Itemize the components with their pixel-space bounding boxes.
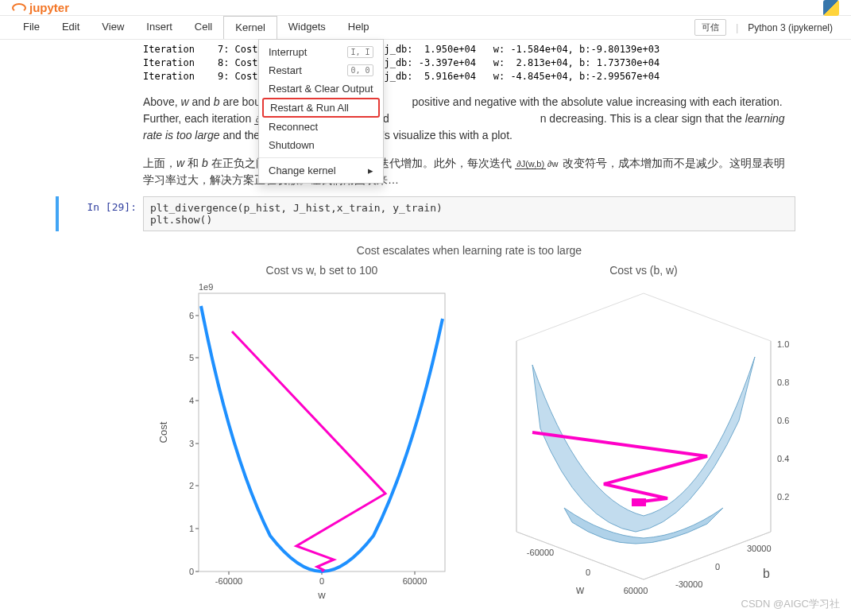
plot-title: Cost vs w, b set to 100 xyxy=(266,264,378,277)
svg-text:60000: 60000 xyxy=(624,586,648,595)
divergence-path xyxy=(232,331,385,571)
kernel-change[interactable]: Change kernel ▸ xyxy=(259,161,383,180)
label: Change kernel xyxy=(269,165,336,176)
svg-text:-30000: -30000 xyxy=(675,579,702,589)
code-cell[interactable]: In [29]: plt_divergence(p_hist, J_hist,x… xyxy=(56,196,795,231)
svg-text:0.4: 0.4 xyxy=(777,454,789,463)
svg-rect-37 xyxy=(632,498,646,506)
code-input[interactable]: plt_divergence(p_hist, J_hist,x_train, y… xyxy=(143,196,795,231)
svg-text:-60000: -60000 xyxy=(527,548,554,557)
label: Reconnect xyxy=(269,121,318,133)
svg-text:6: 6 xyxy=(189,311,194,320)
markdown-english: Above, w and b are boun xxxxxxxxxxxxxxxx… xyxy=(143,94,795,144)
svg-text:3: 3 xyxy=(189,439,194,448)
menu-help[interactable]: Help xyxy=(337,16,381,39)
svg-text:1.0: 1.0 xyxy=(777,339,789,349)
svg-text:60000: 60000 xyxy=(403,576,427,586)
plot-suptitle: Cost escalates when learning rate is too… xyxy=(143,244,795,257)
y-scale: 1e9 xyxy=(199,282,213,292)
menu-file[interactable]: File xyxy=(12,16,51,39)
notebook-area: Iteration 7: Cost i6e+04, dj_db: 1.950e+… xyxy=(0,40,851,603)
chevron-right-icon: ▸ xyxy=(368,165,373,176)
input-prompt: In [29]: xyxy=(59,196,143,231)
label: Restart & Run All xyxy=(270,102,349,114)
markdown-chinese: 上面，w 和 b 在正负之间 xxxxxxxxxxxxxxxxxxx 迭代增加。… xyxy=(143,155,795,188)
svg-text:0: 0 xyxy=(189,567,194,576)
label: Interrupt xyxy=(269,46,307,58)
svg-text:0.2: 0.2 xyxy=(777,492,789,502)
kernel-reconnect[interactable]: Reconnect xyxy=(259,118,383,136)
svg-text:4: 4 xyxy=(189,396,194,405)
python-icon xyxy=(823,0,839,16)
plot-output: Cost escalates when learning rate is too… xyxy=(143,244,795,603)
menu-insert[interactable]: Insert xyxy=(135,16,184,39)
shortcut: 0, 0 xyxy=(347,64,373,76)
svg-text:1: 1 xyxy=(189,524,194,533)
shortcut: I, I xyxy=(347,46,373,58)
kernel-restart-run-all[interactable]: Restart & Run All xyxy=(262,98,380,118)
kernel-restart[interactable]: Restart 0, 0 xyxy=(259,61,383,79)
svg-text:-60000: -60000 xyxy=(215,576,242,586)
svg-text:2: 2 xyxy=(189,481,194,490)
kernel-interrupt[interactable]: Interrupt I, I xyxy=(259,43,383,61)
svg-text:5: 5 xyxy=(189,353,194,362)
kernel-restart-clear[interactable]: Restart & Clear Output xyxy=(259,79,383,98)
label: Shutdown xyxy=(269,139,315,151)
trusted-badge[interactable]: 可信 xyxy=(694,19,726,36)
menubar: File Edit View Insert Cell Kernel Widget… xyxy=(0,16,851,40)
menu-cell[interactable]: Cell xyxy=(184,16,223,39)
xlabel: w xyxy=(317,589,326,601)
label: Restart & Clear Output xyxy=(269,83,373,95)
jupyter-logo: jupyter xyxy=(12,1,69,14)
svg-text:0: 0 xyxy=(715,562,720,571)
output-iteration-lines: Iteration 7: Cost i6e+04, dj_db: 1.950e+… xyxy=(143,43,795,83)
svg-text:30000: 30000 xyxy=(747,544,772,553)
plot-cost-vs-bw: Cost vs (b, w) 0.2 0.4 0.6 0.8 xyxy=(485,262,803,603)
svg-text:0: 0 xyxy=(319,576,324,586)
logo-text: jupyter xyxy=(29,1,69,14)
xlabel-b: b xyxy=(763,567,770,580)
xlabel-w: w xyxy=(575,583,585,596)
plot-cost-vs-w: Cost vs w, b set to 100 1e9 0 1 2 3 4 5 … xyxy=(143,262,461,603)
menu-edit[interactable]: Edit xyxy=(51,16,91,39)
jupyter-icon xyxy=(12,3,26,13)
watermark: CSDN @AIGC学习社 xyxy=(741,597,840,611)
kernel-dropdown: Interrupt I, I Restart 0, 0 Restart & Cl… xyxy=(258,39,384,184)
svg-text:0.6: 0.6 xyxy=(777,416,789,425)
menu-kernel[interactable]: Kernel xyxy=(223,16,277,39)
menu-view[interactable]: View xyxy=(91,16,135,39)
kernel-name[interactable]: Python 3 (ipykernel) xyxy=(748,22,833,33)
kernel-shutdown[interactable]: Shutdown xyxy=(259,136,383,154)
ylabel: Cost xyxy=(157,422,169,444)
menu-widgets[interactable]: Widgets xyxy=(277,16,337,39)
divider xyxy=(259,157,383,158)
svg-text:0: 0 xyxy=(586,568,590,577)
label: Restart xyxy=(269,64,302,76)
svg-text:0.8: 0.8 xyxy=(777,378,789,387)
header-bar: jupyter xyxy=(0,0,851,16)
plot-title: Cost vs (b, w) xyxy=(609,264,678,277)
